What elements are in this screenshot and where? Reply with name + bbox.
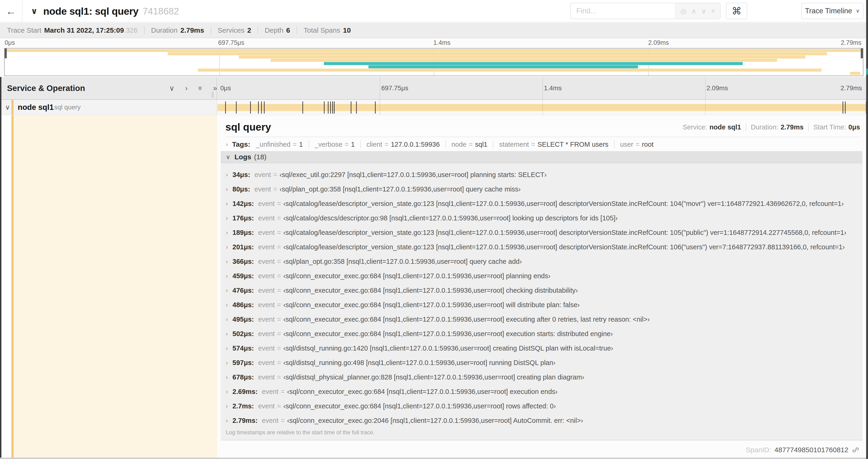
log-row[interactable]: ›366μs:event=‹sql/plan_opt.go:358 [nsql1… (221, 254, 862, 269)
log-row[interactable]: ›502μs:event=‹sql/conn_executor_exec.go:… (221, 327, 862, 341)
left-edge-bar (0, 77, 1, 459)
tag-item[interactable]: statement=SELECT * FROM users (499, 141, 608, 148)
log-row[interactable]: ›495μs:event=‹sql/conn_executor_exec.go:… (221, 312, 862, 327)
equals-sign: = (277, 229, 281, 236)
back-button[interactable]: ← (0, 0, 22, 22)
log-timestamp: 495μs: (232, 316, 254, 323)
log-row[interactable]: ›476μs:event=‹sql/conn_executor_exec.go:… (221, 283, 862, 298)
find-box: ◎ ∧ ∨ × (570, 3, 720, 19)
trace-timeline-page: ← ∨ node sql1: sql query 7418682 ◎ ∧ ∨ ×… (0, 0, 868, 459)
collapse-trace-icon[interactable]: ∨ (31, 6, 37, 16)
span-detail-row: sql query Service: node sql1 Duration: 2… (0, 115, 868, 458)
timeline-grid-header: Service & Operation ∨ › » » ∥ 0μs 697.75… (0, 77, 868, 100)
expand-one-icon[interactable]: › (185, 84, 188, 92)
log-field-value: ‹sql/conn_executor_exec.go:684 [nsql1,cl… (283, 301, 580, 309)
minimap-span-bar (324, 62, 743, 65)
log-row[interactable]: ›574μs:event=‹sql/distsql_running.go:142… (221, 341, 862, 355)
minimap-scrubber-right[interactable] (861, 48, 863, 58)
span-name-cell[interactable]: ∨ node sql1 sql query (0, 100, 217, 115)
timeline-tick-label: 1.4ms (544, 85, 562, 92)
equals-sign: = (277, 243, 281, 251)
view-selector-button[interactable]: Trace Timeline ∨ (801, 3, 863, 19)
span-duration-bar[interactable] (217, 104, 866, 111)
tag-item[interactable]: node=sql1 (452, 141, 488, 148)
log-field-value: ‹sql/distsql_running.go:498 [nsql1,clien… (283, 359, 555, 367)
equals-sign: = (277, 258, 281, 265)
log-row[interactable]: ›142μs:event=‹sql/catalog/lease/descript… (221, 196, 862, 211)
chevron-right-icon: › (226, 330, 228, 337)
keyboard-shortcuts-button[interactable]: ⌘ (726, 3, 747, 19)
chevron-right-icon: › (226, 345, 228, 352)
logs-header[interactable]: ∨ Logs (18) (221, 151, 862, 163)
collapse-one-icon[interactable]: ∨ (169, 84, 175, 93)
divider (614, 140, 615, 148)
equals-sign: = (277, 316, 281, 323)
column-resize-grip[interactable]: ∥ (211, 91, 214, 98)
log-row[interactable]: ›201μs:event=‹sql/catalog/lease/descript… (221, 240, 862, 254)
minimap-span-bar (239, 56, 805, 59)
log-row[interactable]: ›34μs:event=‹sql/exec_util.go:2297 [nsql… (221, 167, 862, 182)
span-collapse-icon[interactable]: ∨ (5, 104, 10, 111)
log-row[interactable]: ›80μs:event=‹sql/plan_opt.go:358 [nsql1,… (221, 182, 862, 196)
divider (808, 123, 809, 131)
equals-sign: = (273, 171, 277, 179)
start-time-value: 0μs (848, 123, 860, 131)
log-field-value: ‹sql/conn_executor_exec.go:684 [nsql1,cl… (283, 402, 556, 410)
service-operation-title: Service & Operation (7, 84, 85, 93)
next-result-icon[interactable]: ∨ (701, 7, 706, 15)
log-row[interactable]: ›459μs:event=‹sql/conn_executor_exec.go:… (221, 269, 862, 283)
log-field-name: event (258, 301, 275, 309)
log-row[interactable]: ›176μs:event=‹sql/catalog/descs/descript… (221, 211, 862, 225)
back-arrow-icon: ← (6, 5, 16, 17)
log-row[interactable]: ›189μs:event=‹sql/catalog/lease/descript… (221, 225, 862, 240)
log-row[interactable]: ›486μs:event=‹sql/conn_executor_exec.go:… (221, 298, 862, 312)
spanid-label: SpanID: (746, 446, 771, 454)
service-label: Service: (683, 123, 707, 131)
equals-sign: = (273, 186, 277, 193)
equals-sign: = (636, 141, 640, 148)
chevron-right-icon: › (226, 141, 228, 148)
divider (297, 26, 297, 34)
tags-row[interactable]: › Tags: _unfinished=1_verbose=1client=12… (217, 137, 866, 148)
timeline-tick-label: 697.75μs (381, 85, 408, 92)
log-timestamp: 678μs: (232, 373, 254, 381)
log-row[interactable]: ›2.7ms:event=‹sql/conn_executor_exec.go:… (221, 399, 862, 413)
log-field-name: event (258, 243, 275, 251)
trace-summary-item: Depth6 (265, 26, 290, 34)
summary-value: 2 (247, 26, 251, 34)
equals-sign: = (277, 301, 281, 309)
chevron-right-icon: › (226, 359, 228, 366)
equals-sign: = (277, 330, 281, 338)
log-marker (375, 101, 376, 113)
deep-link-icon[interactable] (852, 446, 860, 454)
duration-label: Duration: (751, 123, 778, 131)
chevron-right-icon: › (226, 273, 228, 280)
trace-summary-item: Services2 (218, 26, 251, 34)
prev-result-icon[interactable]: ∧ (691, 7, 696, 15)
minimap-canvas[interactable] (4, 48, 863, 76)
tag-item[interactable]: user=root (620, 141, 654, 148)
chevron-right-icon: › (226, 302, 228, 308)
equals-sign: = (277, 359, 281, 367)
log-timestamp: 2.79ms: (232, 417, 257, 424)
collapse-all-icon[interactable]: » (196, 86, 205, 90)
clear-search-icon[interactable]: × (711, 7, 715, 15)
tag-value: 127.0.0.1:59936 (391, 141, 440, 148)
minimap-span-bar (198, 69, 822, 72)
log-timestamp: 201μs: (232, 243, 254, 251)
log-timestamp: 176μs: (232, 214, 254, 222)
locate-icon[interactable]: ◎ (680, 7, 686, 15)
log-row[interactable]: ›2.69ms:event=‹sql/conn_executor_exec.go… (221, 384, 862, 399)
tag-item[interactable]: client=127.0.0.1:59936 (366, 141, 440, 148)
log-row[interactable]: ›597μs:event=‹sql/distsql_running.go:498… (221, 355, 862, 370)
minimap-scrubber-left[interactable] (5, 48, 7, 58)
find-input[interactable] (571, 3, 675, 19)
log-row[interactable]: ›678μs:event=‹sql/distsql_physical_plann… (221, 370, 862, 384)
log-field-name: event (258, 359, 275, 367)
log-field-value: ‹sql/catalog/lease/descriptor_version_st… (283, 200, 844, 207)
tag-item[interactable]: _unfinished=1 (256, 141, 303, 148)
tag-item[interactable]: _verbose=1 (314, 141, 355, 148)
log-field-name: event (254, 171, 271, 179)
service-value: node sql1 (709, 123, 741, 131)
log-row[interactable]: ›2.79ms:event=‹sql/conn_executor_exec.go… (221, 413, 862, 428)
